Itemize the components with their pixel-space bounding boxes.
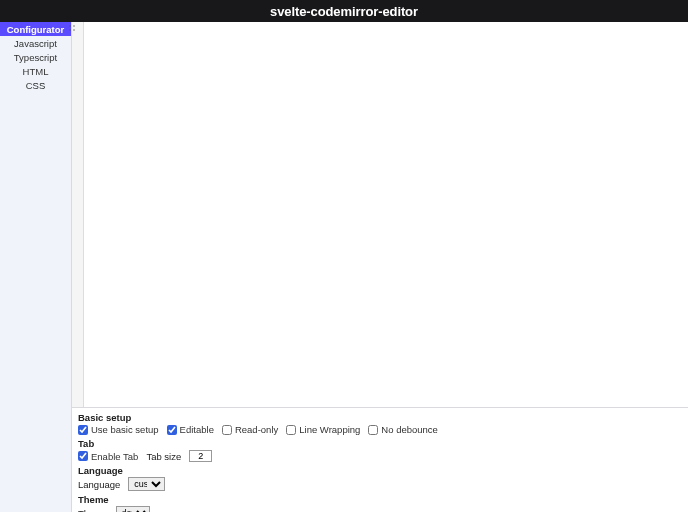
checkbox-input[interactable] [286,425,296,435]
config-panel: Basic setup Use basic setup Editable Rea… [72,407,688,512]
label-language: Language [78,479,120,490]
checkbox-input[interactable] [78,451,88,461]
checkbox-label: No debounce [381,424,438,435]
sidebar-item-label: CSS [26,80,46,91]
drag-handle-icon [68,24,76,32]
checkbox-input[interactable] [78,425,88,435]
sidebar-item-label: Javascript [14,38,57,49]
editor-area[interactable] [72,22,688,407]
main: Configurator Javascript Typescript HTML … [0,22,688,512]
select-language[interactable]: custom [128,477,165,491]
section-tab: Tab [78,438,684,449]
editor-body[interactable] [84,22,688,407]
checkbox-label: Editable [180,424,214,435]
app-header: svelte-codemirror-editor [0,0,688,22]
checkbox-input[interactable] [368,425,378,435]
checkbox-input[interactable] [167,425,177,435]
sidebar-item-html[interactable]: HTML [0,64,71,78]
section-basic-setup: Basic setup [78,412,684,423]
sidebar-item-label: HTML [23,66,49,77]
sidebar-item-typescript[interactable]: Typescript [0,50,71,64]
checkbox-label: Line Wrapping [299,424,360,435]
app-title: svelte-codemirror-editor [270,4,418,19]
row-language: Language custom [78,477,684,491]
svg-point-3 [73,29,74,30]
sidebar: Configurator Javascript Typescript HTML … [0,22,72,512]
sidebar-item-label: Configurator [7,24,65,35]
checkbox-use-basic-setup[interactable]: Use basic setup [78,424,159,435]
sidebar-item-css[interactable]: CSS [0,78,71,92]
row-basic-setup: Use basic setup Editable Read-only Line … [78,424,684,435]
section-theme: Theme [78,494,684,505]
checkbox-label: Enable Tab [91,451,138,462]
checkbox-line-wrapping[interactable]: Line Wrapping [286,424,360,435]
section-language: Language [78,465,684,476]
label-theme: Theme [78,508,108,513]
sidebar-item-label: Typescript [14,52,57,63]
checkbox-label: Read-only [235,424,278,435]
input-tab-size[interactable] [189,450,212,462]
select-theme[interactable]: default [116,506,150,512]
sidebar-item-javascript[interactable]: Javascript [0,36,71,50]
row-theme: Theme default [78,506,684,512]
checkbox-label: Use basic setup [91,424,159,435]
row-tab: Enable Tab Tab size [78,450,684,462]
checkbox-editable[interactable]: Editable [167,424,214,435]
checkbox-read-only[interactable]: Read-only [222,424,278,435]
label-tab-size: Tab size [146,451,181,462]
svg-point-2 [69,29,70,30]
svg-point-1 [73,25,74,26]
content: Basic setup Use basic setup Editable Rea… [72,22,688,512]
checkbox-no-debounce[interactable]: No debounce [368,424,438,435]
checkbox-input[interactable] [222,425,232,435]
checkbox-enable-tab[interactable]: Enable Tab [78,451,138,462]
svg-point-0 [69,25,70,26]
editor-gutter [72,22,84,407]
sidebar-item-configurator[interactable]: Configurator [0,22,71,36]
